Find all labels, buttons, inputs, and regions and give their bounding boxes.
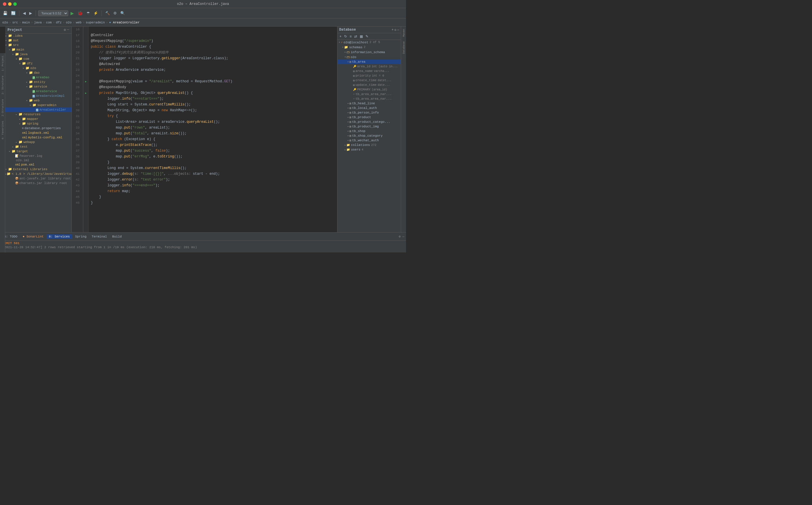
nav-forward-button[interactable]: ▶ xyxy=(28,10,33,16)
db-filter-button[interactable]: ≡ xyxy=(349,34,352,39)
db-new-button[interactable]: + xyxy=(339,34,342,39)
code-line-24[interactable] xyxy=(91,73,335,78)
code-line-30[interactable]: Map<String, Object> map = new HashMap<~>… xyxy=(91,108,335,113)
tab-sonarlint[interactable]: ● SonarLint xyxy=(20,234,46,239)
code-line-19[interactable]: public class AreaController { xyxy=(91,44,335,50)
tree-item-pom-xml[interactable]: xml pom.xml xyxy=(5,162,72,167)
tree-item-spring[interactable]: ▸ 📁 spring xyxy=(5,121,72,126)
code-line-43[interactable]: logger.info("===end==="); xyxy=(91,183,335,188)
tree-item-webapp[interactable]: ▸ 📁 webapp xyxy=(5,140,72,144)
tree-item-superadmin[interactable]: ▾ 📁 superadmin xyxy=(5,103,72,108)
build-button[interactable]: 🔨 xyxy=(104,10,111,16)
code-line-39[interactable]: } xyxy=(91,159,335,165)
sidebar-settings-icon[interactable]: ⚙ xyxy=(64,28,66,32)
tree-item-areacontroller[interactable]: C AreaController xyxy=(5,108,72,112)
tree-item-out[interactable]: ▾ 📁 out xyxy=(5,38,72,43)
sidebar-tab-favorites[interactable]: 4: Favorites xyxy=(0,119,5,142)
db-item-tb-head-line[interactable]: ▾ ▦ tb_head_line xyxy=(337,101,401,106)
code-line-42[interactable]: logger.error(s: "test error"); xyxy=(91,177,335,183)
code-line-41[interactable]: logger.debug(s: "time:[{}]", ...objects:… xyxy=(91,171,335,177)
tree-item-areadao[interactable]: J AreaDao xyxy=(5,75,72,80)
run-config-select[interactable]: Tomcat 9.0.52 xyxy=(38,10,68,16)
database-tree[interactable]: ▾ ⚡ o2o@localhost 2 of 5 ▾ 📁 schemas 2 ▸… xyxy=(337,40,401,232)
sidebar-tree[interactable]: ▸ 📁 .idea ▾ 📁 out ▾ 📁 src ▾ 📁 main ▾ 📁 j… xyxy=(5,33,72,232)
db-add-icon[interactable]: + xyxy=(391,28,393,32)
code-line-29[interactable]: Long start = System.currentTimeMillis(); xyxy=(91,102,335,108)
profile-button[interactable]: ⚡ xyxy=(92,10,99,16)
tree-item-charsets-jar--library-root[interactable]: 📦 charsets.jar library root xyxy=(5,181,72,185)
tree-item-resources[interactable]: ▸ 📁 resources xyxy=(5,112,72,117)
tab-spring[interactable]: Spring xyxy=(73,234,89,239)
tree-item-areaservice[interactable]: J AreaService xyxy=(5,89,72,94)
db-item-tb-shop-category[interactable]: ▾ ▦ tb_shop_category xyxy=(337,134,401,138)
tree-item-o2o-iml[interactable]: o2o.iml xyxy=(5,158,72,162)
tree-item-o2o[interactable]: ▾ 📁 o2o xyxy=(5,66,72,70)
tree-item-fmserver-log[interactable]: 📝 fmserver.log xyxy=(5,154,72,158)
tree-item-com[interactable]: ▾ 📁 com xyxy=(5,57,72,61)
tab-terminal[interactable]: Terminal xyxy=(89,234,109,239)
db-settings-icon[interactable]: ⚙ xyxy=(394,28,396,32)
db-item-update-time[interactable]: ▤ update_time date... xyxy=(337,82,401,87)
coverage-button[interactable]: ☂ xyxy=(85,10,91,16)
sync-button[interactable]: 🔄 xyxy=(10,10,17,16)
code-line-21[interactable]: Logger logger = LoggerFactory.getLogger(… xyxy=(91,55,335,61)
db-connection[interactable]: ▾ ⚡ o2o@localhost 2 of 5 xyxy=(337,40,401,45)
code-area[interactable]: @Controller@RequestMapping("/superadmin"… xyxy=(89,27,337,232)
code-line-40[interactable]: Long end = System.currentTimeMillis(); xyxy=(91,165,335,171)
tree-item-test[interactable]: ▸ 📁 test xyxy=(5,144,72,149)
code-line-23[interactable]: private AreaService areaService; xyxy=(91,67,335,73)
tree-item-mapper[interactable]: ▸ 📁 mapper xyxy=(5,117,72,121)
sidebar-tab-structure[interactable]: 2: Structure xyxy=(0,73,5,97)
db-item-tb-area[interactable]: ▾ ▦ tb_area xyxy=(337,59,401,64)
db-item-area-id[interactable]: 🔑 area_id int (auto in... xyxy=(337,64,401,69)
code-line-22[interactable]: @Autowired xyxy=(91,61,335,67)
search-button[interactable]: 🔍 xyxy=(119,10,126,16)
tree-item-src[interactable]: ▾ 📁 src xyxy=(5,43,72,47)
db-item-tb-product-catego---[interactable]: ▾ ▦ tb_product_catego... xyxy=(337,120,401,124)
breadcrumb-web[interactable]: web xyxy=(76,21,82,24)
breadcrumb-com[interactable]: com xyxy=(46,21,52,24)
db-item-area-name[interactable]: ▤ area_name varcha... xyxy=(337,69,401,73)
minimize-button[interactable] xyxy=(8,2,12,6)
tree-item-service[interactable]: ▾ 📁 service xyxy=(5,85,72,89)
sidebar-collapse-icon[interactable]: — xyxy=(67,28,69,32)
db-item-tb-shop[interactable]: ▾ ▦ tb_shop xyxy=(337,129,401,134)
breadcrumb-areacontroller[interactable]: ● AreaController xyxy=(109,21,140,24)
code-line-38[interactable]: map.put("errMsg", e.toString()); xyxy=(91,154,335,159)
breadcrumb-java[interactable]: java xyxy=(34,21,42,24)
db-schemas[interactable]: ▾ 📁 schemas 2 xyxy=(337,45,401,50)
run-button[interactable]: ▶ xyxy=(70,10,75,16)
db-item-create-time[interactable]: ▤ create_time datet... xyxy=(337,78,401,82)
db-item-priority[interactable]: ▤ priority int = 0 xyxy=(337,73,401,78)
sidebar-tab-project[interactable]: 1: Project xyxy=(0,53,5,73)
db-edit-icon[interactable]: ✎ xyxy=(365,34,369,39)
nav-back-button[interactable]: ◀ xyxy=(22,10,27,16)
tab-build[interactable]: Build xyxy=(110,234,124,239)
tree-item-database-properties[interactable]: ≡ database.properties xyxy=(5,126,72,131)
code-line-27[interactable]: private Map<String, Object> queryAreaLis… xyxy=(91,90,335,96)
services-close-icon[interactable]: — xyxy=(402,235,404,238)
tree-item-target[interactable]: ▾ 📁 target xyxy=(5,149,72,154)
code-line-44[interactable]: return map; xyxy=(91,188,335,194)
db-refresh-button[interactable]: ↻ xyxy=(343,34,348,39)
db-table-icon[interactable]: ▦ xyxy=(359,34,364,39)
code-line-28[interactable]: logger.info("===start==="); xyxy=(91,96,335,102)
code-line-45[interactable]: } xyxy=(91,194,335,200)
save-all-button[interactable]: 💾 xyxy=(2,10,9,16)
code-line-46[interactable]: } xyxy=(91,200,335,206)
db-item-primary[interactable]: 🔑 PRIMARY (area_id) xyxy=(337,87,401,92)
services-settings-icon[interactable]: ⚙ xyxy=(399,234,401,238)
debug-button[interactable]: 🐞 xyxy=(76,10,84,16)
right-tab-maven[interactable]: Maven xyxy=(401,27,406,39)
tree-item-areaserviceimpl[interactable]: C AreaServiceImpl xyxy=(5,94,72,98)
tree-item-logback-xml[interactable]: xml logback.xml xyxy=(5,131,72,135)
db-collapse-icon[interactable]: — xyxy=(397,28,399,32)
breadcrumb-o2o[interactable]: o2o xyxy=(2,21,8,24)
tree-item-external-libraries[interactable]: ▾ 📁 External Libraries xyxy=(5,167,72,172)
tree-item-mybatis-config-xml[interactable]: xml mybatis-config.xml xyxy=(5,135,72,140)
db-item-information-schema[interactable]: ▸ 🗃 information_schema xyxy=(337,50,401,54)
tree-item-java[interactable]: ▾ 📁 java xyxy=(5,52,72,57)
db-item-tb-person-info[interactable]: ▾ ▦ tb_person_info xyxy=(337,110,401,115)
db-item-tb-local-auth[interactable]: ▾ ▦ tb_local_auth xyxy=(337,106,401,110)
db-item-collations[interactable]: ▸ 📁 collations 272 xyxy=(337,143,401,147)
